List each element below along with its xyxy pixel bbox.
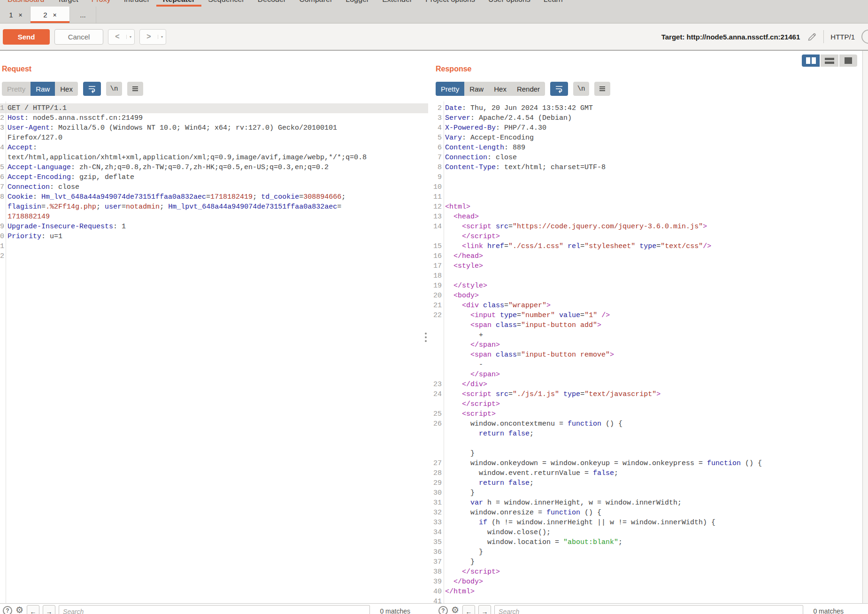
code-text: <script> bbox=[445, 409, 496, 419]
code-text: </script> bbox=[445, 399, 500, 409]
response-word-wrap-button[interactable] bbox=[550, 82, 568, 96]
menubar-item-decoder[interactable]: Decoder bbox=[251, 0, 292, 7]
menubar-item-sequencer[interactable]: Sequencer bbox=[201, 0, 251, 7]
code-line: 2Host: node5.anna.nssctf.cn:21499 bbox=[0, 113, 428, 123]
code-token: /> bbox=[703, 242, 711, 250]
code-line: <span class="input-button add"> bbox=[428, 320, 863, 330]
line-number: 35 bbox=[428, 537, 442, 547]
code-token bbox=[445, 233, 462, 241]
search-settings-gear-icon[interactable]: ⚙ bbox=[451, 606, 459, 614]
search-prev-button[interactable]: ← bbox=[27, 605, 39, 614]
code-token: flagisin bbox=[8, 203, 41, 211]
layout-single-button[interactable] bbox=[839, 54, 857, 67]
help-icon[interactable] bbox=[861, 30, 868, 44]
code-token: "number" bbox=[521, 311, 555, 319]
request-tab-hex[interactable]: Hex bbox=[55, 82, 78, 96]
request-editor[interactable]: 1GET / HTTP/1.12Host: node5.anna.nssctf.… bbox=[0, 101, 428, 606]
response-scrollbar-track[interactable] bbox=[862, 51, 868, 614]
code-token: user bbox=[105, 203, 122, 211]
response-tab-pretty[interactable]: Pretty bbox=[436, 82, 464, 96]
code-token: : bbox=[33, 144, 37, 152]
repeater-tab-2[interactable]: 2× bbox=[31, 7, 70, 23]
request-search-input[interactable] bbox=[59, 605, 370, 614]
code-line: <span class="input-button remove"> bbox=[428, 350, 863, 360]
response-search-input[interactable] bbox=[494, 605, 803, 614]
response-view-toolbar: PrettyRawHexRender \n bbox=[436, 82, 868, 96]
panel-splitter[interactable] bbox=[425, 333, 427, 342]
edit-target-icon[interactable] bbox=[807, 31, 817, 42]
response-view-tabs: PrettyRawHexRender bbox=[436, 82, 545, 96]
response-tab-raw[interactable]: Raw bbox=[464, 82, 489, 96]
code-token: ; bbox=[530, 430, 534, 438]
code-token: Date bbox=[445, 104, 462, 112]
search-next-button[interactable]: → bbox=[478, 605, 491, 614]
search-settings-gear-icon[interactable]: ⚙ bbox=[15, 606, 23, 614]
code-token: if bbox=[479, 519, 487, 527]
response-editor[interactable]: 2Date: Thu, 20 Jun 2024 13:53:42 GMT3Ser… bbox=[428, 101, 863, 606]
code-text: <div class="wrapper"> bbox=[445, 301, 551, 311]
response-menu-button[interactable] bbox=[594, 82, 610, 96]
code-token: > bbox=[703, 223, 707, 231]
request-show-newlines-button[interactable]: \n bbox=[106, 82, 122, 96]
cancel-button[interactable]: Cancel bbox=[54, 29, 103, 45]
code-token: "1" bbox=[584, 311, 597, 319]
menubar-item-extender[interactable]: Extender bbox=[376, 0, 419, 7]
code-token: <div bbox=[462, 302, 483, 310]
layout-columns-button[interactable] bbox=[802, 54, 820, 67]
line-number bbox=[428, 399, 442, 409]
request-tab-raw[interactable]: Raw bbox=[31, 82, 55, 96]
search-next-button[interactable]: → bbox=[43, 605, 55, 614]
menubar-item-intruder[interactable]: Intruder bbox=[117, 0, 156, 7]
back-button[interactable]: < ▾ bbox=[108, 29, 135, 45]
menubar-item-target[interactable]: Target bbox=[51, 0, 84, 7]
menubar-item-repeater[interactable]: Repeater bbox=[156, 0, 201, 7]
regex-help-icon[interactable]: ? bbox=[3, 606, 12, 614]
menubar-item-dashboard[interactable]: Dashboard bbox=[1, 0, 51, 7]
menubar-item-label: User options bbox=[488, 0, 530, 4]
code-token: : close bbox=[50, 183, 79, 191]
target-label: Target: http://node5.anna.nssctf.cn:2146… bbox=[661, 33, 800, 41]
menubar-item-logger[interactable]: Logger bbox=[339, 0, 376, 7]
line-number: 2 bbox=[0, 113, 4, 123]
layout-rows-button[interactable] bbox=[821, 54, 838, 67]
menubar-item-proxy[interactable]: Proxy bbox=[85, 0, 117, 7]
code-token: 1718882149 bbox=[8, 213, 50, 221]
code-token: : 1 bbox=[113, 223, 126, 231]
code-token bbox=[445, 223, 462, 231]
code-token: ; bbox=[614, 469, 618, 477]
line-number: 4 bbox=[428, 123, 442, 133]
forward-button[interactable]: > ▾ bbox=[139, 29, 166, 45]
code-token: Connection bbox=[8, 183, 50, 191]
request-word-wrap-button[interactable] bbox=[83, 82, 101, 96]
repeater-tab-1[interactable]: 1× bbox=[1, 7, 31, 23]
code-token bbox=[504, 479, 508, 487]
menubar-item-project-options[interactable]: Project options bbox=[419, 0, 482, 7]
forward-dropdown-icon[interactable]: ▾ bbox=[158, 35, 166, 39]
code-token: ; bbox=[96, 203, 105, 211]
line-number: 14 bbox=[428, 222, 442, 232]
menubar-item-learn[interactable]: Learn bbox=[537, 0, 569, 7]
code-line: 26 window.oncontextmenu = function () { bbox=[428, 419, 863, 429]
request-tab-pretty[interactable]: Pretty bbox=[2, 82, 31, 96]
forward-arrow-icon[interactable]: > bbox=[140, 32, 158, 41]
search-prev-button[interactable]: ← bbox=[462, 605, 475, 614]
response-tab-hex[interactable]: Hex bbox=[489, 82, 512, 96]
code-line: 8Content-Type: text/html; charset=UTF-8 bbox=[428, 163, 863, 172]
close-tab-icon[interactable]: × bbox=[53, 11, 57, 19]
code-token bbox=[445, 351, 470, 359]
code-token bbox=[445, 479, 479, 487]
regex-help-icon[interactable]: ? bbox=[438, 606, 448, 614]
back-arrow-icon[interactable]: < bbox=[108, 32, 126, 41]
repeater-tab-[interactable]: ... bbox=[70, 7, 96, 23]
menubar-item-user-options[interactable]: User options bbox=[482, 0, 537, 7]
code-token: src bbox=[496, 223, 508, 231]
response-show-newlines-button[interactable]: \n bbox=[573, 82, 589, 96]
send-button[interactable]: Send bbox=[3, 29, 50, 45]
request-menu-button[interactable] bbox=[127, 82, 143, 96]
back-dropdown-icon[interactable]: ▾ bbox=[126, 35, 134, 39]
http-version-toggle[interactable]: HTTP/1 bbox=[830, 33, 855, 41]
response-tab-render[interactable]: Render bbox=[512, 82, 545, 96]
menubar-item-comparer[interactable]: Comparer bbox=[292, 0, 339, 7]
code-text: Upgrade-Insecure-Requests: 1 bbox=[8, 222, 126, 232]
close-tab-icon[interactable]: × bbox=[19, 11, 23, 19]
